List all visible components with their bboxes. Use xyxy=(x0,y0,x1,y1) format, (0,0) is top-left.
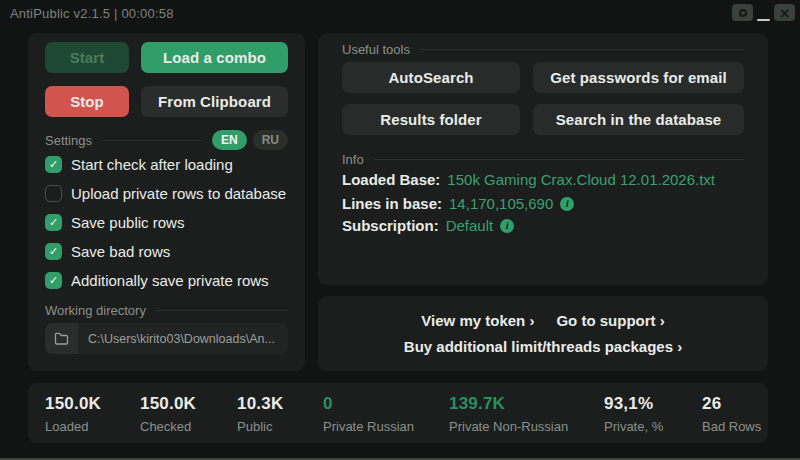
browse-folder-button[interactable] xyxy=(45,323,78,354)
load-combo-button[interactable]: Load a combo xyxy=(141,42,288,73)
working-directory-header: Working directory xyxy=(45,303,288,318)
settings-panel: Start Load a combo Stop From Clipboard S… xyxy=(28,33,305,371)
checkbox-row-save-public[interactable]: Save public rows xyxy=(45,212,288,232)
stat-label: Private Non-Russian xyxy=(449,419,568,434)
useful-tools-header: Useful tools xyxy=(342,42,744,57)
checkbox-row-save-private[interactable]: Additionally save private rows xyxy=(45,270,288,290)
checkbox-label: Upload private rows to database xyxy=(71,185,286,202)
loaded-base-row: Loaded Base: 150k Gaming Crax.Cloud 12.0… xyxy=(342,171,715,188)
stat-bad-rows: 26 Bad Rows xyxy=(702,394,761,434)
checkbox[interactable] xyxy=(45,272,62,289)
stats-bar: 150.0K Loaded 150.0K Checked 10.3K Publi… xyxy=(28,383,768,443)
stop-button[interactable]: Stop xyxy=(45,86,129,117)
stat-label: Bad Rows xyxy=(702,419,761,434)
useful-tools-label: Useful tools xyxy=(342,42,410,57)
autosearch-button[interactable]: AutoSearch xyxy=(342,62,520,93)
stat-private-percent: 93,1% Private, % xyxy=(604,394,663,434)
app-window: AntiPublic v2.1.5 | 00:00:58 × Start Loa… xyxy=(0,0,800,460)
stat-checked: 150.0K Checked xyxy=(140,394,196,434)
working-directory-path[interactable]: C:\Users\kirito03\Downloads\An... xyxy=(78,323,288,354)
stat-value: 150.0K xyxy=(140,394,196,414)
checkbox-row-upload-private[interactable]: Upload private rows to database xyxy=(45,183,288,203)
loaded-base-key: Loaded Base: xyxy=(342,171,440,188)
checkbox[interactable] xyxy=(45,185,62,202)
minimize-icon xyxy=(757,19,770,21)
links-row-bottom: Buy additional limit/threads packages › xyxy=(404,338,682,355)
stat-label: Private, % xyxy=(604,419,663,434)
divider-line xyxy=(102,140,202,141)
window-title: AntiPublic v2.1.5 | 00:00:58 xyxy=(10,6,174,21)
search-database-button[interactable]: Search in the database xyxy=(533,104,744,135)
titlebar: AntiPublic v2.1.5 | 00:00:58 × xyxy=(0,0,800,28)
stat-private-russian: 0 Private Russian xyxy=(323,394,414,434)
working-directory-row: C:\Users\kirito03\Downloads\An... xyxy=(45,323,288,354)
from-clipboard-button[interactable]: From Clipboard xyxy=(141,86,288,117)
checkbox-label: Save bad rows xyxy=(71,243,170,260)
stat-value: 26 xyxy=(702,394,761,414)
record-circle-button[interactable] xyxy=(732,4,753,21)
subscription-row: Subscription: Default i xyxy=(342,217,514,234)
language-toggle-en[interactable]: EN xyxy=(212,130,247,150)
info-header: Info xyxy=(342,152,744,167)
language-toggle-ru[interactable]: RU xyxy=(253,130,288,150)
go-support-link[interactable]: Go to support › xyxy=(556,312,664,329)
divider-line xyxy=(420,49,744,50)
links-row-top: View my token › Go to support › xyxy=(421,312,664,329)
stat-value: 139.7K xyxy=(449,394,568,414)
checkbox[interactable] xyxy=(45,156,62,173)
stat-value: 0 xyxy=(323,394,414,414)
settings-label: Settings xyxy=(45,133,92,148)
stat-label: Loaded xyxy=(45,419,101,434)
lines-in-base-key: Lines in base: xyxy=(342,195,442,212)
close-button[interactable]: × xyxy=(774,4,795,21)
info-icon[interactable]: i xyxy=(500,219,514,233)
links-panel: View my token › Go to support › Buy addi… xyxy=(318,296,768,371)
divider-line xyxy=(374,159,744,160)
stat-value: 150.0K xyxy=(45,394,101,414)
divider-line xyxy=(156,310,288,311)
minimize-button[interactable] xyxy=(757,13,770,21)
lines-in-base-row: Lines in base: 14,170,105,690 i xyxy=(342,195,574,212)
close-icon: × xyxy=(779,6,791,20)
checkbox-label: Additionally save private rows xyxy=(71,272,269,289)
view-token-link[interactable]: View my token › xyxy=(421,312,534,329)
stat-loaded: 150.0K Loaded xyxy=(45,394,101,434)
stat-public: 10.3K Public xyxy=(237,394,283,434)
circle-icon xyxy=(739,9,747,17)
stat-value: 10.3K xyxy=(237,394,283,414)
title-separator: | xyxy=(114,6,118,21)
checkbox[interactable] xyxy=(45,243,62,260)
stat-label: Private Russian xyxy=(323,419,414,434)
lines-in-base-value: 14,170,105,690 xyxy=(449,195,553,212)
subscription-value: Default xyxy=(446,217,494,234)
tools-info-panel: Useful tools AutoSearch Get passwords fo… xyxy=(318,33,768,285)
checkbox[interactable] xyxy=(45,214,62,231)
checkbox-row-save-bad[interactable]: Save bad rows xyxy=(45,241,288,261)
info-label: Info xyxy=(342,152,364,167)
settings-header: Settings EN RU xyxy=(45,130,288,150)
folder-icon xyxy=(54,332,69,345)
stat-private-non-russian: 139.7K Private Non-Russian xyxy=(449,394,568,434)
stat-label: Checked xyxy=(140,419,196,434)
subscription-key: Subscription: xyxy=(342,217,439,234)
info-icon[interactable]: i xyxy=(560,197,574,211)
checkbox-row-start-check[interactable]: Start check after loading xyxy=(45,154,288,174)
buy-packages-link[interactable]: Buy additional limit/threads packages › xyxy=(404,338,682,355)
get-passwords-button[interactable]: Get passwords for email xyxy=(533,62,744,93)
stat-label: Public xyxy=(237,419,283,434)
checkbox-label: Start check after loading xyxy=(71,156,233,173)
working-directory-label: Working directory xyxy=(45,303,146,318)
loaded-base-value: 150k Gaming Crax.Cloud 12.01.2026.txt xyxy=(447,171,715,188)
app-name: AntiPublic v2.1.5 xyxy=(10,6,110,21)
start-button[interactable]: Start xyxy=(45,42,129,73)
checkbox-label: Save public rows xyxy=(71,214,184,231)
stat-value: 93,1% xyxy=(604,394,663,414)
results-folder-button[interactable]: Results folder xyxy=(342,104,520,135)
session-timer: 00:00:58 xyxy=(121,6,173,21)
